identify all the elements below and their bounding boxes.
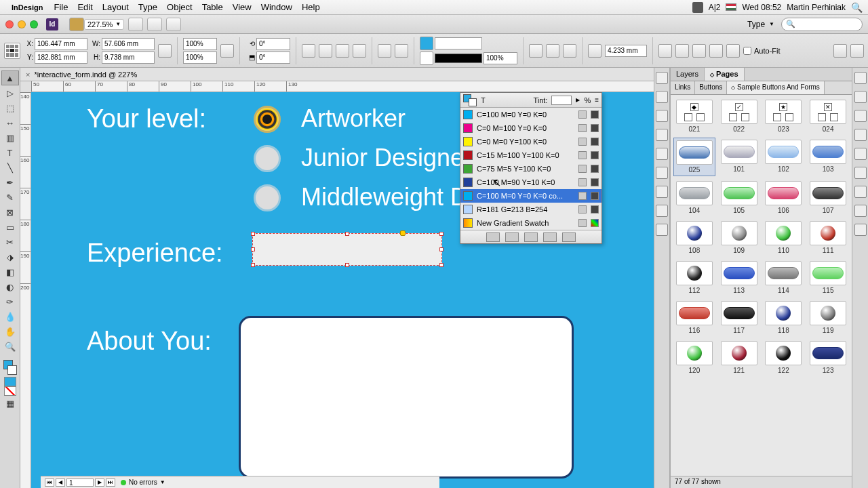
dock-parastyles-icon[interactable] [656,148,668,160]
sample-button-107[interactable]: 107 [807,179,849,216]
dock-text-icon[interactable] [656,205,668,217]
menu-type[interactable]: Type [134,2,162,12]
select-container-icon[interactable] [378,44,391,58]
page-number-input[interactable]: 1 [66,479,94,487]
shear-input[interactable]: 0° [256,52,290,64]
sample-button-123[interactable]: 123 [807,339,849,376]
radio-artworker[interactable] [254,106,281,133]
gradient-swatch-tool[interactable]: ◧ [1,264,19,279]
spotlight-icon[interactable]: 🔍 [851,2,863,13]
pencil-tool[interactable]: ✎ [1,190,19,205]
wrap-none-icon[interactable] [546,44,559,58]
arrange-button[interactable] [166,18,181,31]
workspace-label[interactable]: Type [747,20,765,29]
gap-tool[interactable]: ↔ [1,115,19,130]
type-tool[interactable]: T [1,145,19,160]
document-tab[interactable]: × *interactive_form.indd @ 227% [20,68,654,81]
inset-input[interactable]: 4.233 mm [605,45,647,57]
show-gradient-swatches-icon[interactable] [524,232,538,242]
gradient-feather-tool[interactable]: ◐ [1,279,19,294]
menu-window[interactable]: Window [256,2,297,12]
dock-glyphs-icon[interactable] [656,110,668,122]
select-content-icon[interactable] [395,44,408,58]
dock-pathfinder-icon[interactable] [854,205,867,217]
rectangle-tool[interactable]: ▭ [1,220,19,235]
first-page-button[interactable]: ⏮ [45,479,54,487]
flip-v-icon[interactable] [353,44,366,58]
scissors-tool[interactable]: ✂ [1,235,19,249]
dock-align-icon[interactable] [854,186,867,198]
swatch-row[interactable]: R=181 G=213 B=254 [460,203,601,216]
sample-button-120[interactable]: 120 [673,339,715,376]
sample-button-121[interactable]: 121 [718,339,760,376]
sample-button-115[interactable]: 115 [807,259,849,296]
scale-x-input[interactable]: 100% [183,38,217,50]
selected-frame[interactable] [252,233,442,266]
view-options-button[interactable] [128,18,143,31]
tab-layers[interactable]: Layers [671,68,705,81]
subtab-links[interactable]: Links [671,81,695,94]
constrain-icon[interactable] [158,44,172,58]
flag-icon[interactable] [726,3,736,11]
sample-button-022[interactable]: ✓022 [718,98,760,135]
line-tool[interactable]: ╲ [1,160,19,175]
sample-button-025[interactable]: 025 [673,138,715,176]
subtab-sample-buttons[interactable]: ◇ Sample Buttons And Forms [727,81,825,94]
close-tab-icon[interactable]: × [26,70,30,79]
content-collector-tool[interactable]: ▥ [1,130,19,145]
dock-paragraph-icon[interactable] [656,72,668,84]
scale-link-icon[interactable] [220,44,234,58]
zoom-button[interactable] [30,20,38,28]
close-button[interactable] [5,20,14,28]
dock-color-icon[interactable] [854,91,867,103]
swatch-row[interactable]: C=100 M=0 Y=0 K=0 [460,108,601,121]
sample-button-101[interactable]: 101 [718,138,760,176]
selection-tool[interactable]: ▲ [1,70,19,85]
panel-menu-icon[interactable] [850,44,864,58]
minimize-button[interactable] [18,20,26,28]
sample-button-108[interactable]: 108 [673,219,715,256]
direct-selection-tool[interactable]: ▷ [1,85,19,100]
dock-stroke-icon[interactable] [854,110,867,122]
flip-h-icon[interactable] [336,44,349,58]
eyedropper-tool[interactable]: 💧 [1,309,19,324]
subtab-buttons[interactable]: Buttons [695,81,727,94]
apply-none-icon[interactable] [4,386,16,396]
sample-button-114[interactable]: 114 [763,259,805,296]
swatch-row[interactable]: New Gradient Swatch [460,216,601,230]
sample-button-104[interactable]: 104 [673,179,715,216]
h-input[interactable]: 9.738 mm [102,52,155,64]
next-page-button[interactable]: ▶ [95,479,104,487]
scale-y-input[interactable]: 100% [183,52,217,64]
show-all-swatches-icon[interactable] [486,232,500,242]
app-name[interactable]: InDesign [7,3,47,12]
menu-layout[interactable]: Layout [98,2,134,12]
sample-button-111[interactable]: 111 [807,219,849,256]
center-content-icon[interactable] [692,44,706,58]
stroke-style[interactable] [435,54,482,63]
hand-tool[interactable]: ✋ [1,324,19,339]
page-tool[interactable]: ⬚ [1,100,19,115]
menu-help[interactable]: Help [297,2,325,12]
last-page-button[interactable]: ⏭ [106,479,115,487]
corners-icon[interactable] [588,44,601,58]
fit-content-icon[interactable] [658,44,672,58]
swatch-row[interactable]: C=0 M=0 Y=100 K=0 [460,135,601,148]
swatch-row[interactable]: C=100 M=0 Y=0 K=0 co... [460,189,601,203]
sample-button-122[interactable]: 122 [763,339,805,376]
sample-button-113[interactable]: 113 [718,259,760,296]
screen-mode-button[interactable] [147,18,162,31]
frame-threading-icon[interactable] [400,230,406,236]
sample-button-118[interactable]: 118 [763,299,805,336]
sample-button-119[interactable]: 119 [807,299,849,336]
menu-table[interactable]: Table [197,2,228,12]
sample-button-103[interactable]: 103 [807,138,849,176]
pen-tool[interactable]: ✒ [1,175,19,190]
radio-junior[interactable] [254,145,281,172]
quick-apply-icon[interactable] [833,44,847,58]
view-mode-icon[interactable]: ▦ [1,396,19,411]
rotate-input[interactable]: 0° [256,38,290,50]
swatch-row[interactable]: C=15 M=100 Y=100 K=0 [460,148,601,162]
apply-color-icon[interactable] [4,377,16,386]
menu-view[interactable]: View [228,2,256,12]
